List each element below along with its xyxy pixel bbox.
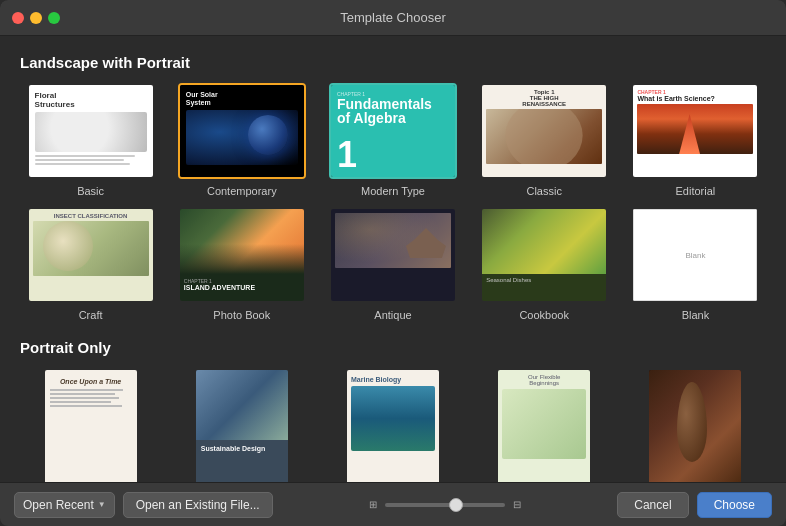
template-item-cookbook[interactable]: Seasonal Dishes Cookbook [474, 207, 615, 321]
open-existing-button[interactable]: Open an Existing File... [123, 492, 273, 518]
modern-number: 1 [337, 139, 449, 171]
template-thumb-editorial[interactable]: CHAPTER 1 What is Earth Science? [631, 83, 759, 179]
traffic-lights [12, 12, 60, 24]
template-thumb-photo-book[interactable]: CHAPTER 1 ISLAND ADVENTURE [178, 207, 306, 303]
template-thumb-once-upon[interactable]: Once Upon a Time [43, 368, 139, 482]
template-item-once-upon[interactable]: Once Upon a Time Once Upon a Time [20, 368, 161, 482]
section-landscape-header: Landscape with Portrait [20, 54, 766, 71]
sustainable-image [196, 370, 288, 440]
size-slider-container: ⊞ ⊟ [281, 499, 610, 510]
craft-image [33, 221, 149, 276]
template-thumb-basic[interactable]: FloralStructures [27, 83, 155, 179]
sustainable-title: Sustainable Design [201, 445, 283, 452]
minimize-button[interactable] [30, 12, 42, 24]
template-list: Landscape with Portrait FloralStructures… [0, 36, 786, 482]
close-button[interactable] [12, 12, 24, 24]
portrait-grid: Once Upon a Time Once Upon a Time Sustai… [20, 368, 766, 482]
classic-image [486, 109, 602, 164]
template-thumb-modern-type[interactable]: CHAPTER 1 Fundamentals of Algebra 1 [329, 83, 457, 179]
template-item-flexible[interactable]: Our FlexibleBeginnings Our Flexible Begi… [474, 368, 615, 482]
size-slider[interactable] [385, 503, 505, 507]
template-label-craft: Craft [79, 309, 103, 321]
template-item-modern-type[interactable]: CHAPTER 1 Fundamentals of Algebra 1 Mode… [322, 83, 463, 197]
section-portrait-header: Portrait Only [20, 339, 766, 356]
open-recent-label: Open Recent [23, 498, 94, 512]
editorial-title: What is Earth Science? [637, 95, 753, 102]
template-label-cookbook: Cookbook [519, 309, 569, 321]
template-label-photo-book: Photo Book [213, 309, 270, 321]
modern-title: Fundamentals of Algebra [337, 97, 449, 125]
template-item-blank[interactable]: Blank Blank [625, 207, 766, 321]
marinebio-title: Marine Biology [351, 376, 435, 383]
photobook-image [180, 209, 304, 274]
title-bar: Template Chooser [0, 0, 786, 36]
antique-ship [406, 228, 446, 258]
template-label-basic: Basic [77, 185, 104, 197]
template-thumb-blank[interactable]: Blank [631, 207, 759, 303]
template-item-antique[interactable]: Antique [322, 207, 463, 321]
bottom-toolbar: Open Recent ▼ Open an Existing File... ⊞… [0, 482, 786, 526]
modern-label: CHAPTER 1 [337, 91, 449, 97]
antique-image [335, 213, 451, 268]
template-label-editorial: Editorial [676, 185, 716, 197]
marinebio-image [351, 386, 435, 451]
template-label-antique: Antique [374, 309, 411, 321]
cookbook-image [482, 209, 606, 274]
template-item-sustainable[interactable]: Sustainable Design Sustainable Design [171, 368, 312, 482]
template-item-basic[interactable]: FloralStructures Basic [20, 83, 161, 197]
template-thumb-classic[interactable]: Topic 1 THE HIGH RENAISSANCE [480, 83, 608, 179]
flexible-title: Our FlexibleBeginnings [502, 374, 586, 386]
onceupon-title: Once Upon a Time [50, 378, 132, 385]
template-thumb-craft[interactable]: INSECT CLASSIFICATION [27, 207, 155, 303]
template-thumb-guitar[interactable] [647, 368, 743, 482]
template-thumb-cookbook[interactable]: Seasonal Dishes [480, 207, 608, 303]
template-label-modern-type: Modern Type [361, 185, 425, 197]
template-thumb-marine-bio[interactable]: Marine Biology [345, 368, 441, 482]
craft-title: INSECT CLASSIFICATION [33, 213, 149, 219]
template-label-contemporary: Contemporary [207, 185, 277, 197]
open-recent-chevron-icon: ▼ [98, 500, 106, 509]
editorial-image [637, 104, 753, 154]
template-thumb-sustainable[interactable]: Sustainable Design [194, 368, 290, 482]
template-label-classic: Classic [526, 185, 561, 197]
landscape-grid: FloralStructures Basic Our Solar System [20, 83, 766, 321]
classic-title: Topic 1 THE HIGH RENAISSANCE [522, 89, 566, 107]
slider-large-icon: ⊟ [513, 499, 521, 510]
choose-button[interactable]: Choose [697, 492, 772, 518]
contemporary-title: Our Solar System [186, 91, 218, 108]
contemporary-planet [186, 110, 298, 165]
template-item-editorial[interactable]: CHAPTER 1 What is Earth Science? Editori… [625, 83, 766, 197]
blank-label: Blank [685, 251, 705, 260]
maximize-button[interactable] [48, 12, 60, 24]
template-thumb-flexible[interactable]: Our FlexibleBeginnings [496, 368, 592, 482]
slider-small-icon: ⊞ [369, 499, 377, 510]
open-recent-button[interactable]: Open Recent ▼ [14, 492, 115, 518]
template-item-craft[interactable]: INSECT CLASSIFICATION Craft [20, 207, 161, 321]
template-label-blank: Blank [682, 309, 710, 321]
guitar-image [649, 370, 741, 482]
photobook-title: ISLAND ADVENTURE [184, 284, 300, 291]
template-item-guitar[interactable]: Life on the Road [625, 368, 766, 482]
window-title: Template Chooser [340, 10, 446, 25]
template-item-photo-book[interactable]: CHAPTER 1 ISLAND ADVENTURE Photo Book [171, 207, 312, 321]
template-item-classic[interactable]: Topic 1 THE HIGH RENAISSANCE Classic [474, 83, 615, 197]
template-thumb-contemporary[interactable]: Our Solar System [178, 83, 306, 179]
template-item-marine-bio[interactable]: Marine Biology Marine Biology [322, 368, 463, 482]
flexible-image [502, 389, 586, 459]
template-item-contemporary[interactable]: Our Solar System Contemporary [171, 83, 312, 197]
cancel-button[interactable]: Cancel [617, 492, 688, 518]
cookbook-title: Seasonal Dishes [486, 277, 602, 283]
template-thumb-antique[interactable] [329, 207, 457, 303]
